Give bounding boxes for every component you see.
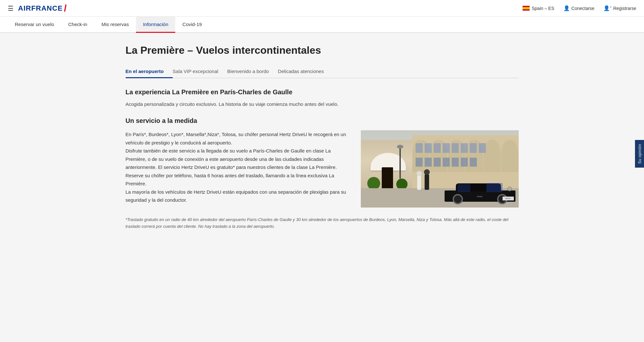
top-navigation: ☰ AIRFRANCE / Spain – ES 👤 Conectarse 👤+…: [0, 0, 644, 17]
register-label: Registrarse: [613, 6, 636, 11]
login-label: Conectarse: [572, 6, 595, 11]
section-service-title: Un servicio a la medida: [126, 117, 519, 125]
logo[interactable]: AIRFRANCE /: [18, 4, 67, 13]
service-image: ✦ BH·NY: [361, 130, 519, 208]
hamburger-menu[interactable]: ☰: [8, 5, 14, 12]
section-experience: La experiencia La Première en París-Char…: [126, 88, 519, 108]
service-para-2: Disfrute también de este servicio a la l…: [126, 147, 348, 171]
login-button[interactable]: 👤 Conectarse: [563, 5, 595, 11]
nav-item-reservar[interactable]: Reservar un vuelo: [8, 17, 61, 33]
nav-item-informacion[interactable]: Información: [136, 17, 175, 33]
service-text: En París*, Burdeos*, Lyon*, Marsella*,Ni…: [126, 130, 348, 204]
user-icon: 👤: [563, 5, 570, 11]
section-experience-description: Acogida personalizada y circuito exclusi…: [126, 100, 519, 108]
service-content: En París*, Burdeos*, Lyon*, Marsella*,Ni…: [126, 130, 519, 208]
feedback-tab[interactable]: Su opinión: [635, 140, 644, 168]
service-para-1: En París*, Burdeos*, Lyon*, Marsella*,Ni…: [126, 130, 348, 147]
content-tabs: En el aeropuerto Sala VIP excepcional Bi…: [126, 65, 519, 78]
section-experience-title: La experiencia La Première en París-Char…: [126, 88, 519, 96]
locale-label: Spain – ES: [532, 6, 554, 11]
footnote: *Traslado gratuito en un radio de 40 km …: [126, 217, 519, 230]
top-bar-right: Spain – ES 👤 Conectarse 👤+ Registrarse: [523, 5, 636, 11]
tab-sala[interactable]: Sala VIP excepcional: [173, 65, 227, 78]
page-title: La Première – Vuelos intercontinentales: [126, 44, 519, 56]
tab-atenciones[interactable]: Delicadas atenciones: [278, 65, 333, 78]
nav-item-checkin[interactable]: Check-in: [61, 17, 94, 33]
service-para-3: Reserve su chófer por teléfono, hasta 6 …: [126, 171, 348, 188]
tab-bordo[interactable]: Bienvenido a bordo: [227, 65, 278, 78]
logo-slash-icon: /: [64, 4, 67, 13]
secondary-navigation: Reservar un vuelo Check-in Mis reservas …: [0, 17, 644, 33]
locale-selector[interactable]: Spain – ES: [523, 6, 554, 11]
tab-aeropuerto[interactable]: En el aeropuerto: [126, 65, 173, 78]
nav-item-reservas[interactable]: Mis reservas: [94, 17, 136, 33]
main-content: La Première – Vuelos intercontinentales …: [113, 33, 532, 249]
section-service: Un servicio a la medida En París*, Burde…: [126, 117, 519, 230]
register-button[interactable]: 👤+ Registrarse: [603, 5, 636, 11]
register-icon: 👤+: [603, 5, 611, 11]
flag-icon: [523, 6, 530, 11]
nav-item-covid[interactable]: Covid-19: [175, 17, 209, 33]
service-para-4: La mayoría de los vehículos de Hertz Dri…: [126, 188, 348, 204]
feedback-label: Su opinión: [638, 144, 642, 164]
logo-text: AIRFRANCE: [18, 4, 63, 13]
